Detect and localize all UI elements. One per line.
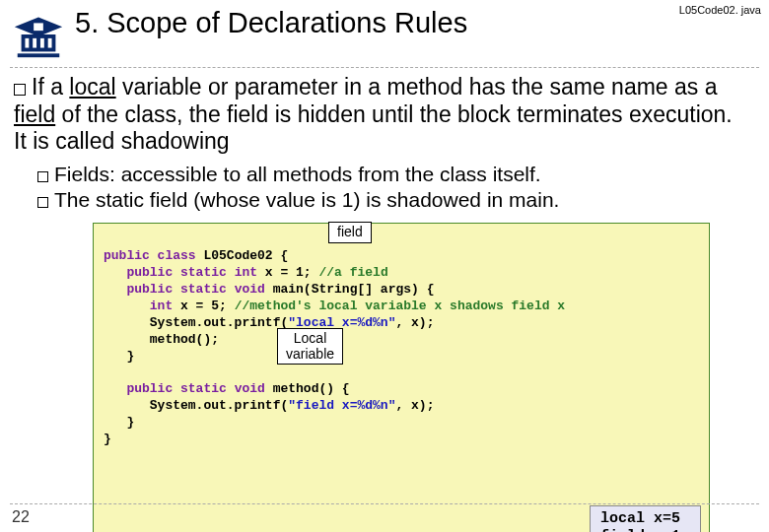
svg-rect-1 (25, 38, 29, 48)
source-file-label: L05Code02. java (679, 4, 761, 16)
svg-rect-3 (40, 38, 44, 48)
svg-rect-5 (34, 23, 43, 31)
svg-rect-6 (18, 53, 60, 57)
code-block: public class L05Code02 { public static i… (93, 223, 710, 532)
bullet-square-icon (37, 197, 48, 208)
page-number: 22 (12, 508, 30, 526)
bullet-square-icon (14, 84, 26, 96)
slide-header: 5. Scope of Declarations Rules L05Code02… (0, 0, 769, 63)
sub-bullet-2: The static field (whose value is 1) is s… (14, 187, 749, 213)
svg-rect-4 (48, 38, 52, 48)
university-logo (10, 6, 67, 63)
main-bullet: If a local variable or parameter in a me… (14, 74, 749, 156)
slide-content: If a local variable or parameter in a me… (0, 74, 769, 532)
sub-bullet-1: Fields: accessible to all methods from t… (14, 162, 749, 187)
annotation-field-top: field (328, 222, 372, 242)
bullet-square-icon (37, 171, 48, 182)
annotation-local-variable: Local variable (277, 328, 343, 365)
svg-rect-2 (33, 38, 36, 48)
program-output: local x=5 field x=1 (590, 505, 701, 532)
divider-bottom (10, 503, 759, 504)
slide-title: 5. Scope of Declarations Rules (75, 6, 467, 39)
divider-top (10, 67, 759, 68)
